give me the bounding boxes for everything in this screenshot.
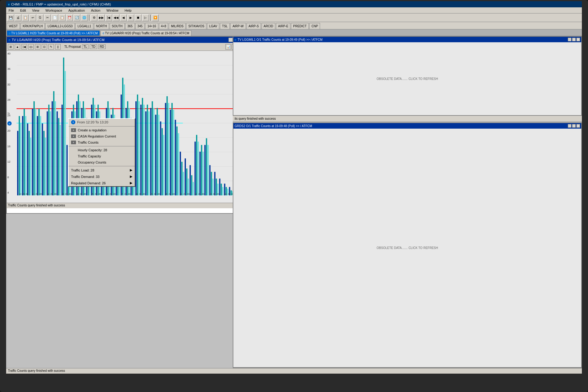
- tl-button[interactable]: TL: [82, 44, 89, 49]
- tab-cnp[interactable]: CNP: [309, 23, 320, 29]
- toolbar-btn-20[interactable]: 🔽: [152, 14, 159, 21]
- tab-lggmil1-label: TV LGGMIL1 H/20 Traffic Counts at 19-09:…: [11, 32, 98, 35]
- tab-airpw[interactable]: AIRP-W: [230, 23, 246, 29]
- ctx-traffic-counts[interactable]: ≡ Traffic Counts: [69, 139, 135, 145]
- svg-text:11: 11: [32, 193, 34, 195]
- minimize-button[interactable]: _: [228, 38, 233, 42]
- toolbar-btn-13[interactable]: ▶▶: [98, 14, 105, 21]
- toolbar-btn-10[interactable]: 🔄: [74, 14, 80, 21]
- svg-rect-135: [221, 184, 222, 195]
- chart-nav-left[interactable]: |◀: [21, 44, 27, 50]
- svg-rect-94: [153, 108, 154, 195]
- svg-rect-121: [198, 141, 199, 195]
- tab-lgavarr[interactable]: e TV LGAVARR H/20 (Prop) Traffic Counts …: [100, 30, 191, 36]
- tr-max[interactable]: □: [572, 38, 576, 41]
- tab-365[interactable]: 365: [125, 23, 135, 29]
- br-min[interactable]: _: [568, 124, 571, 128]
- tab-krkfn[interactable]: KRK/KFN/PLH: [21, 23, 45, 29]
- menu-window[interactable]: Window: [105, 9, 120, 12]
- tab-lgavarr-label: TV LGAVARR H/20 (Prop) Traffic Counts at…: [105, 32, 189, 35]
- toolbar-btn-16[interactable]: ◀: [120, 14, 127, 21]
- right-panel: e TV LGGMIL1 O/1 Traffic Counts at 19-09…: [233, 36, 582, 373]
- toolbar-btn-7[interactable]: 📄: [51, 14, 58, 21]
- toolbar-btn-5[interactable]: G: [37, 14, 43, 21]
- ctx-tl-label: Traffic Load: 28: [71, 168, 94, 172]
- chart-nav-ref[interactable]: ✎: [48, 44, 54, 50]
- rd-button[interactable]: RD: [98, 44, 106, 49]
- chart-nav-split[interactable]: ⊞: [35, 44, 40, 50]
- tab-48[interactable]: 4+8: [159, 23, 168, 29]
- br-max[interactable]: □: [572, 124, 576, 128]
- chart-nav-arrows[interactable]: ◁▷: [28, 44, 34, 50]
- menu-edit[interactable]: Edit: [19, 9, 27, 12]
- toolbar-btn-3[interactable]: 📋: [22, 14, 29, 21]
- chart-nav-lock[interactable]: ∥: [55, 44, 61, 50]
- svg-rect-114: [186, 168, 187, 195]
- toolbar-btn-1[interactable]: 💾: [7, 14, 14, 21]
- svg-rect-38: [62, 105, 63, 195]
- menu-application[interactable]: Application: [67, 9, 86, 12]
- tab-airpe[interactable]: AIRP-E: [276, 23, 290, 29]
- toolbar-btn-8[interactable]: 📋: [59, 14, 66, 21]
- ctx-create-regulation[interactable]: ≡ Create a regulation: [69, 127, 135, 133]
- ctx-casa-regulation[interactable]: ≡ CASA Regulation Current: [69, 133, 135, 139]
- bar-chart-icon[interactable]: 📊: [225, 44, 231, 50]
- toolbar-btn-14[interactable]: |◀: [105, 14, 112, 21]
- tab-lgav[interactable]: LGAV: [207, 23, 219, 29]
- tab-lggmil1[interactable]: e TV LGGMIL1 H/20 Traffic Counts at 19-0…: [7, 30, 100, 36]
- chart-nav-prev[interactable]: ▲: [15, 44, 20, 50]
- menu-workspace[interactable]: Workspace: [44, 9, 63, 12]
- ctx-traffic-capacity[interactable]: Traffic Capacity: [69, 153, 135, 159]
- toolbar-btn-15[interactable]: ◀◀: [113, 14, 119, 21]
- tab-1416[interactable]: 14+16: [145, 23, 158, 29]
- y-label-20: 20: [7, 129, 16, 132]
- tab-arcid[interactable]: ARCID: [262, 23, 275, 29]
- tab-milrds[interactable]: MIL/RDS: [169, 23, 186, 29]
- toolbar-btn-12[interactable]: ⚙: [91, 14, 97, 21]
- svg-rect-29: [47, 111, 48, 195]
- ctx-traffic-load[interactable]: Traffic Load: 28 ▶: [69, 167, 135, 173]
- tab-lgmall[interactable]: LGMALL2-LGGS3: [45, 23, 75, 29]
- td-button[interactable]: TD: [90, 44, 97, 49]
- svg-rect-123: [201, 145, 202, 195]
- bottom-right-content[interactable]: OBSOLETE DATA....... CLICK TO REFRESH: [233, 129, 581, 367]
- tr-close[interactable]: ✕: [576, 38, 580, 41]
- menu-action[interactable]: Action: [90, 9, 102, 12]
- tab-tsl[interactable]: TSL: [220, 23, 230, 29]
- toolbar-btn-2[interactable]: 🖨: [15, 14, 21, 21]
- menu-view[interactable]: View: [31, 9, 41, 12]
- toolbar-btn-19[interactable]: ▷: [142, 14, 149, 21]
- tab-345[interactable]: 345: [135, 23, 145, 29]
- svg-rect-128: [209, 165, 210, 195]
- tab-sitkavos[interactable]: SIT/KAVOS: [186, 23, 206, 29]
- tab-north[interactable]: NORTH: [94, 23, 109, 29]
- top-right-content[interactable]: OBSOLETE DATA....... CLICK TO REFRESH: [233, 42, 581, 115]
- toolbar-btn-18[interactable]: ⏹: [135, 14, 141, 21]
- toolbar-btn-17[interactable]: ▶: [127, 14, 134, 21]
- chart-nav-zoom[interactable]: ⊡: [42, 44, 47, 50]
- bottom-status-text: Traffic Counts query finished with succe…: [8, 369, 65, 372]
- ctx-tc-label: Traffic Counts: [78, 141, 99, 144]
- toolbar-btn-4[interactable]: ↩: [29, 14, 36, 21]
- menu-help[interactable]: Help: [123, 9, 133, 12]
- tr-min[interactable]: _: [568, 38, 571, 41]
- ctx-regulated-demand[interactable]: Regulated Demand: 26 ▶: [69, 180, 135, 186]
- svg-text:20: 20: [169, 193, 171, 195]
- tab-predict[interactable]: PREDICT: [291, 23, 309, 29]
- br-close[interactable]: ✕: [576, 124, 580, 128]
- ctx-traffic-demand[interactable]: Traffic Demand: 33 ▶: [69, 173, 135, 180]
- menu-file[interactable]: File: [7, 9, 15, 12]
- svg-rect-39: [63, 58, 64, 195]
- toolbar-btn-9[interactable]: ⏰: [66, 14, 73, 21]
- tab-west[interactable]: WEST: [7, 23, 20, 29]
- ctx-occupancy-counts[interactable]: Occupancy Counts: [69, 159, 135, 165]
- tab-south[interactable]: SOUTH: [110, 23, 125, 29]
- ctx-tl-arrow: ▶: [130, 168, 132, 172]
- toolbar-btn-6[interactable]: ✂: [44, 14, 51, 21]
- tab-airps[interactable]: AIRP-S: [247, 23, 261, 29]
- toolbar-btn-11[interactable]: 🌐: [81, 14, 88, 21]
- chart-nav-start[interactable]: ⊞: [8, 44, 13, 50]
- tab-lggall[interactable]: LGGALL1: [75, 23, 93, 29]
- svg-text:20: 20: [80, 193, 82, 195]
- bottom-right-window: GRDS2 O/1 Traffic Counts at 19-09:48 (Po…: [233, 123, 582, 368]
